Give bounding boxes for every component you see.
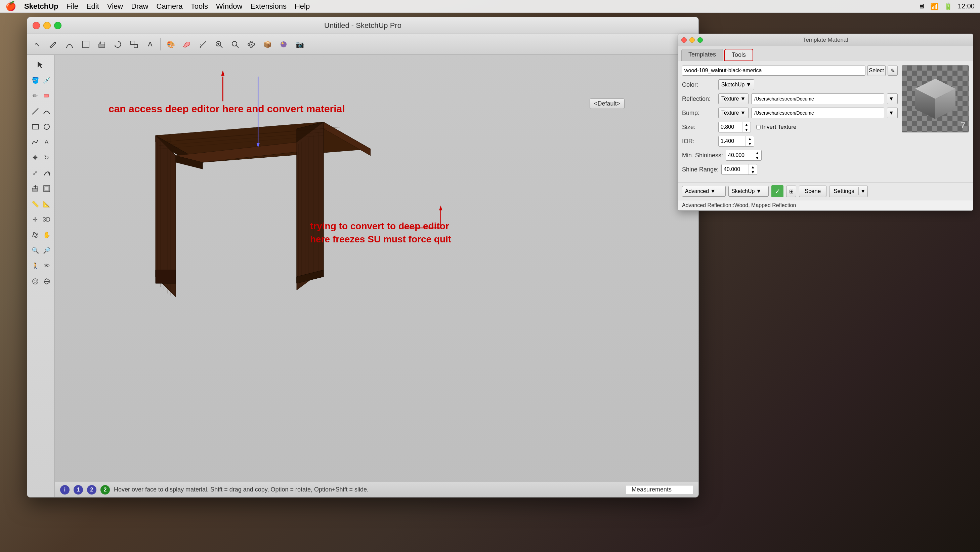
tool-text[interactable]: A <box>41 135 52 150</box>
toolbar-component[interactable] <box>127 37 142 52</box>
grid-view-button[interactable]: ⊞ <box>786 185 796 197</box>
size-input[interactable] <box>719 122 742 132</box>
settings-button[interactable]: Settings <box>829 186 858 197</box>
close-button[interactable] <box>33 22 40 29</box>
invert-texture-checkbox[interactable] <box>756 125 760 129</box>
minimize-button[interactable] <box>43 22 51 29</box>
reflection-type-dropdown[interactable]: Texture ▼ <box>718 93 749 104</box>
min-shininess-down-btn[interactable]: ▼ <box>753 155 761 160</box>
viewport[interactable]: <Default> <box>55 55 698 497</box>
ior-input[interactable] <box>719 136 746 146</box>
material-name-input[interactable] <box>682 65 865 76</box>
scene-button[interactable]: Scene <box>799 185 826 197</box>
tool-pan[interactable]: ✋ <box>41 228 52 242</box>
tool-axes[interactable]: ✛ <box>30 212 41 227</box>
tool-zoom-in[interactable]: 🔍 <box>30 243 41 258</box>
min-shininess-input[interactable] <box>726 150 753 160</box>
material-select-btn[interactable]: Select <box>867 65 886 76</box>
tool-section[interactable] <box>41 274 52 289</box>
toolbar-orbit[interactable] <box>244 37 259 52</box>
panel-maximize[interactable] <box>697 37 703 43</box>
toolbar-select[interactable]: ↖ <box>30 37 45 52</box>
toolbar-rotate[interactable] <box>111 37 125 52</box>
menu-icon-wifi: 📶 <box>930 2 939 10</box>
tab-tools[interactable]: Tools <box>724 49 753 61</box>
apple-menu[interactable]: 🍎 <box>5 1 16 11</box>
tool-tape[interactable]: 📏 <box>30 197 41 211</box>
toolbar-paint[interactable]: 🎨 <box>163 37 178 52</box>
shine-range-input[interactable] <box>722 164 749 174</box>
bump-path-dropdown[interactable]: ▼ <box>887 108 898 118</box>
default-button[interactable]: <Default> <box>590 99 625 109</box>
settings-arrow-btn[interactable]: ▼ <box>859 186 867 197</box>
tool-followme[interactable] <box>41 166 52 180</box>
menubar-sketchup[interactable]: SketchUp <box>24 2 58 11</box>
tool-eyedropper[interactable]: 💉 <box>41 73 52 88</box>
toolbar-measure[interactable] <box>196 37 210 52</box>
ior-down-btn[interactable]: ▼ <box>746 141 754 146</box>
advanced-dropdown[interactable]: Advanced ▼ <box>682 186 725 197</box>
menubar-view[interactable]: View <box>107 2 123 11</box>
tool-freehand[interactable] <box>30 135 41 150</box>
toolbar-zoom[interactable] <box>212 37 226 52</box>
tool-circle[interactable] <box>41 119 52 134</box>
bump-type-dropdown[interactable]: Texture ▼ <box>718 108 749 118</box>
tool-eraser[interactable] <box>41 88 52 103</box>
tool-3dtext[interactable]: 3D <box>41 212 52 227</box>
toolbar-materials[interactable] <box>276 37 291 52</box>
tab-templates[interactable]: Templates <box>681 49 723 61</box>
color-dropdown[interactable]: SketchUp ▼ <box>718 79 754 90</box>
tool-move[interactable]: ✥ <box>30 150 41 165</box>
toolbar-text[interactable]: A <box>143 37 158 52</box>
material-edit-btn[interactable]: ✎ <box>888 65 898 76</box>
toolbar-eraser[interactable] <box>180 37 194 52</box>
measurements-box[interactable]: Measurements <box>626 485 693 494</box>
menubar-help[interactable]: Help <box>294 2 310 11</box>
panel-close[interactable] <box>681 37 687 43</box>
tool-orbit[interactable] <box>30 228 41 242</box>
min-shininess-up-btn[interactable]: ▲ <box>753 150 761 155</box>
menubar-camera[interactable]: Camera <box>157 2 183 11</box>
tool-line[interactable] <box>30 104 41 119</box>
menubar-window[interactable]: Window <box>216 2 242 11</box>
tool-scale[interactable]: ⤢ <box>30 166 41 180</box>
tool-paint-bucket[interactable]: 🪣 <box>30 73 41 88</box>
toolbar-rect[interactable] <box>78 37 93 52</box>
tool-xray[interactable] <box>30 274 41 289</box>
tool-pencil[interactable]: ✏ <box>30 88 41 103</box>
tool-walkaround[interactable]: 🚶 <box>30 258 41 273</box>
tool-arc[interactable] <box>41 104 52 119</box>
shine-range-down-btn[interactable]: ▼ <box>749 169 757 174</box>
panel-minimize[interactable] <box>689 37 695 43</box>
tool-pushpull[interactable] <box>30 181 41 196</box>
menubar-extensions[interactable]: Extensions <box>250 2 286 11</box>
menubar-file[interactable]: File <box>66 2 78 11</box>
bump-path-input[interactable] <box>751 108 884 118</box>
menubar-tools[interactable]: Tools <box>191 2 208 11</box>
tool-zoom-out[interactable]: 🔎 <box>41 243 52 258</box>
toolbar-pencil[interactable] <box>46 37 61 52</box>
size-up-btn[interactable]: ▲ <box>743 122 751 127</box>
svg-point-29 <box>34 280 37 283</box>
reflection-path-input[interactable] <box>751 93 884 104</box>
tool-rect[interactable] <box>30 119 41 134</box>
reflection-path-dropdown[interactable]: ▼ <box>887 93 898 104</box>
tool-lookaround[interactable]: 👁 <box>41 258 52 273</box>
tool-offset[interactable] <box>41 181 52 196</box>
apply-button[interactable]: ✓ <box>772 185 783 197</box>
toolbar-arc[interactable] <box>62 37 77 52</box>
toolbar-scenes[interactable]: 📷 <box>292 37 307 52</box>
toolbar-zoom-extents[interactable] <box>228 37 243 52</box>
ior-up-btn[interactable]: ▲ <box>746 136 754 141</box>
tool-select[interactable] <box>30 57 52 72</box>
tool-rotate[interactable]: ↻ <box>41 150 52 165</box>
sketchup-dropdown[interactable]: SketchUp ▼ <box>729 186 769 197</box>
tool-protractor[interactable]: 📐 <box>41 197 52 211</box>
menubar-draw[interactable]: Draw <box>131 2 148 11</box>
menubar-edit[interactable]: Edit <box>86 2 99 11</box>
toolbar-push-pull[interactable] <box>94 37 109 52</box>
toolbar-components[interactable]: 📦 <box>260 37 275 52</box>
shine-range-up-btn[interactable]: ▲ <box>749 164 757 169</box>
maximize-button[interactable] <box>54 22 62 29</box>
size-down-btn[interactable]: ▼ <box>743 127 751 132</box>
